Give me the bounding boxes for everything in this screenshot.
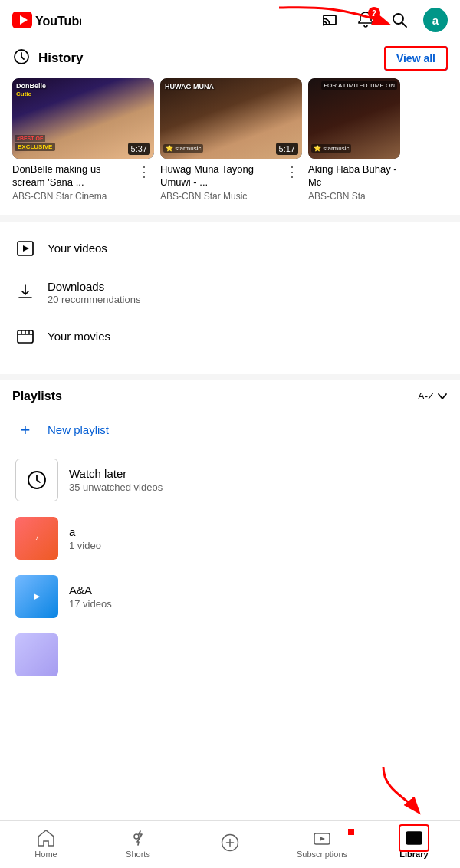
- header-left: YouTube: [12, 9, 81, 31]
- your-videos-icon: [15, 238, 35, 258]
- history-video-card-3[interactable]: ⭐ starmusic FOR A LIMITED TIME ON Aking …: [308, 78, 400, 205]
- sort-button[interactable]: A-Z: [418, 390, 448, 402]
- video-options-1[interactable]: ⋮: [134, 163, 154, 180]
- chevron-down-icon: [437, 391, 448, 402]
- watch-later-count: 35 unwatched videos: [69, 482, 445, 493]
- playlist-aa-name: A&A: [69, 584, 445, 597]
- watch-later-icon: [15, 459, 58, 501]
- playlist-item-a[interactable]: ♪ a 1 video: [12, 509, 448, 567]
- watch-later-name: Watch later: [69, 467, 445, 480]
- playlist-item-watch-later[interactable]: Watch later 35 unwatched videos: [12, 451, 448, 509]
- downloads-subtitle: 20 recommendations: [48, 294, 445, 305]
- watch-later-info: Watch later 35 unwatched videos: [69, 467, 445, 493]
- playlist-aa-count: 17 videos: [69, 598, 445, 610]
- history-video-card-2[interactable]: ⭐ starmusic HUWAG MUNA 5:17 Huwag Muna T…: [160, 78, 302, 205]
- svg-marker-10: [23, 245, 29, 252]
- video-duration-1: 5:37: [128, 143, 150, 155]
- playlist-item-partial[interactable]: [12, 626, 448, 684]
- divider-1: [0, 215, 460, 222]
- thumbnail-3: ⭐ starmusic FOR A LIMITED TIME ON: [308, 78, 400, 159]
- playlist-item-aa[interactable]: ▶ A&A 17 videos: [12, 567, 448, 626]
- history-section: History View all: [0, 40, 460, 205]
- video-info-1: DonBelle making us scream 'Sana ... ABS-…: [12, 159, 154, 205]
- video-channel-2: ABS-CBN Star Music: [160, 191, 282, 202]
- video-options-2[interactable]: ⋮: [282, 163, 302, 180]
- history-title: History: [38, 51, 84, 66]
- red-arrow-indicator: [271, 0, 409, 42]
- your-movies-title: Your movies: [48, 330, 445, 343]
- playlist-thumb-partial: [15, 633, 58, 676]
- menu-item-your-videos[interactable]: Your videos: [0, 228, 460, 269]
- playlists-header: Playlists A-Z: [12, 390, 448, 403]
- youtube-logo[interactable]: YouTube: [12, 9, 81, 31]
- menu-section: Your videos Downloads 20 recommendations: [0, 222, 460, 363]
- your-movies-text: Your movies: [48, 330, 445, 343]
- playlist-a-count: 1 video: [69, 540, 445, 551]
- new-playlist-label: New playlist: [48, 423, 109, 436]
- video-channel-3: ABS-CBN Sta: [308, 191, 400, 202]
- avatar[interactable]: a: [423, 8, 448, 32]
- playlists-section: Playlists A-Z + New playlist Watch l: [0, 380, 460, 684]
- menu-item-downloads[interactable]: Downloads 20 recommendations: [0, 269, 460, 316]
- video-info-2: Huwag Muna Tayong Umuwi - ... ABS-CBN St…: [160, 159, 302, 205]
- downloads-text: Downloads 20 recommendations: [48, 280, 445, 305]
- playlist-a-info: a 1 video: [69, 525, 445, 551]
- video-title-2: Huwag Muna Tayong Umuwi - ...: [160, 163, 282, 189]
- thumb-container-3: ⭐ starmusic FOR A LIMITED TIME ON: [308, 78, 400, 159]
- menu-item-your-movies[interactable]: Your movies: [0, 316, 460, 357]
- your-videos-title: Your videos: [48, 242, 445, 255]
- thumb-container-1: DonBelle Cutie #BEST OF EXCLUSIVE 5:37: [12, 78, 154, 159]
- view-all-button[interactable]: View all: [384, 46, 448, 71]
- your-videos-text: Your videos: [48, 242, 445, 255]
- new-playlist-item[interactable]: + New playlist: [12, 409, 448, 451]
- video-info-3: Aking Haba Buhay - Mc ABS-CBN Sta: [308, 159, 400, 205]
- playlists-title: Playlists: [12, 390, 62, 403]
- sort-label: A-Z: [418, 390, 434, 402]
- history-header: History View all: [12, 46, 448, 71]
- playlist-aa-info: A&A 17 videos: [69, 584, 445, 610]
- history-video-card-1[interactable]: DonBelle Cutie #BEST OF EXCLUSIVE 5:37 D…: [12, 78, 154, 205]
- divider-2: [0, 374, 460, 380]
- video-title-1: DonBelle making us scream 'Sana ...: [12, 163, 134, 189]
- history-icon: [12, 48, 31, 69]
- history-video-row: DonBelle Cutie #BEST OF EXCLUSIVE 5:37 D…: [12, 78, 448, 205]
- video-channel-1: ABS-CBN Star Cinema: [12, 191, 134, 202]
- downloads-icon: [15, 282, 35, 302]
- downloads-title: Downloads: [48, 280, 445, 293]
- video-duration-2: 5:17: [276, 143, 298, 155]
- thumb-container-2: ⭐ starmusic HUWAG MUNA 5:17: [160, 78, 302, 159]
- new-playlist-icon: +: [15, 420, 35, 440]
- history-title-group: History: [12, 48, 84, 69]
- video-title-3: Aking Haba Buhay - Mc: [308, 163, 400, 189]
- playlist-thumb-a: ♪: [15, 517, 58, 560]
- svg-text:YouTube: YouTube: [35, 15, 81, 28]
- playlist-thumb-aa: ▶: [15, 575, 58, 618]
- your-movies-icon: [15, 327, 35, 347]
- playlist-a-name: a: [69, 525, 445, 538]
